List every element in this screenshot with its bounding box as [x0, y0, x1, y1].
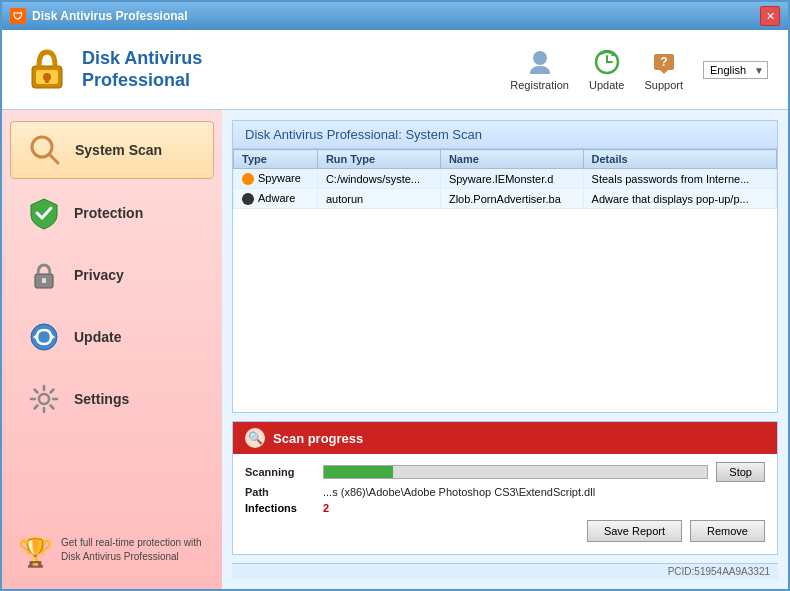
pcid-text: PCID:51954AA9A3321: [668, 566, 770, 577]
svg-rect-3: [45, 77, 49, 83]
sidebar-item-label-privacy: Privacy: [74, 267, 124, 283]
support-icon: ?: [648, 48, 680, 76]
infections-label: Infections: [245, 502, 315, 514]
scan-table: Type Run Type Name Details Spyware C:/wi…: [233, 149, 777, 209]
update-icon: [591, 48, 623, 76]
stop-button[interactable]: Stop: [716, 462, 765, 482]
path-label: Path: [245, 486, 315, 498]
cell-name: Zlob.PornAdvertiser.ba: [440, 189, 583, 209]
scanning-row: Scanning Stop: [245, 462, 765, 482]
type-dot: [242, 173, 254, 185]
col-run-type: Run Type: [317, 150, 440, 169]
app-title-icon: 🛡: [10, 8, 26, 24]
sidebar-item-system-scan[interactable]: System Scan: [10, 121, 214, 179]
lock-icon: [22, 42, 72, 97]
registration-label: Registration: [510, 79, 569, 91]
cell-type: Spyware: [234, 169, 318, 189]
system-scan-icon: [27, 132, 63, 168]
scan-results-panel: Disk Antivirus Professional: System Scan…: [232, 120, 778, 413]
window-title: Disk Antivirus Professional: [32, 9, 188, 23]
svg-line-11: [49, 154, 58, 163]
svg-marker-8: [660, 70, 668, 74]
cell-name: Spyware.IEMonster.d: [440, 169, 583, 189]
progress-header: 🔍 Scan progress: [233, 422, 777, 454]
progress-actions: Save Report Remove: [245, 520, 765, 546]
registration-icon: [524, 48, 556, 76]
save-report-button[interactable]: Save Report: [587, 520, 682, 542]
app-title: Disk Antivirus Professional: [82, 48, 202, 91]
support-label: Support: [644, 79, 683, 91]
progress-title: Scan progress: [273, 431, 363, 446]
trophy-icon: 🏆: [18, 536, 53, 569]
language-selector-wrap: English ▼: [703, 61, 768, 79]
type-dot: [242, 193, 254, 205]
cell-run-type: autorun: [317, 189, 440, 209]
content-area: riskw com Disk Antivirus Professional: S…: [222, 110, 788, 589]
close-button[interactable]: ✕: [760, 6, 780, 26]
scan-progress-panel: 🔍 Scan progress Scanning Stop Path ...s …: [232, 421, 778, 555]
app-name-line2: Professional: [82, 70, 202, 92]
update-header-button[interactable]: Update: [589, 48, 624, 91]
infections-row: Infections 2: [245, 502, 765, 514]
sidebar-promo: 🏆 Get full real-time protection with Dis…: [2, 524, 222, 581]
settings-icon: [26, 381, 62, 417]
registration-button[interactable]: Registration: [510, 48, 569, 91]
sidebar-item-settings[interactable]: Settings: [10, 371, 214, 427]
col-name: Name: [440, 150, 583, 169]
cell-details: Steals passwords from Interne...: [583, 169, 776, 189]
progress-bar-fill: [324, 466, 393, 478]
scan-panel-title: Disk Antivirus Professional: System Scan: [233, 121, 777, 149]
progress-body: Scanning Stop Path ...s (x86)\Adobe\Adob…: [233, 454, 777, 554]
promo-text: Get full real-time protection with Disk …: [61, 536, 206, 564]
svg-rect-13: [42, 278, 46, 283]
cell-details: Adware that displays pop-up/p...: [583, 189, 776, 209]
app-name-line1: Disk Antivirus: [82, 48, 202, 70]
header-actions: Registration Update: [510, 48, 768, 91]
cell-run-type: C:/windows/syste...: [317, 169, 440, 189]
sidebar-item-update[interactable]: Update: [10, 309, 214, 365]
privacy-icon: [26, 257, 62, 293]
path-row: Path ...s (x86)\Adobe\Adobe Photoshop CS…: [245, 486, 765, 498]
scanning-label: Scanning: [245, 466, 315, 478]
app-logo: Disk Antivirus Professional: [22, 42, 510, 97]
title-bar: 🛡 Disk Antivirus Professional ✕: [2, 2, 788, 30]
sidebar-item-protection[interactable]: Protection: [10, 185, 214, 241]
pcid-bar: PCID:51954AA9A3321: [232, 563, 778, 579]
sidebar-item-label-protection: Protection: [74, 205, 143, 221]
svg-point-17: [39, 394, 49, 404]
progress-bar: [323, 465, 708, 479]
protection-icon: [26, 195, 62, 231]
sidebar-item-label-settings: Settings: [74, 391, 129, 407]
sidebar-item-privacy[interactable]: Privacy: [10, 247, 214, 303]
path-value: ...s (x86)\Adobe\Adobe Photoshop CS3\Ext…: [323, 486, 595, 498]
svg-text:?: ?: [660, 55, 667, 69]
update-header-label: Update: [589, 79, 624, 91]
remove-button[interactable]: Remove: [690, 520, 765, 542]
progress-search-icon: 🔍: [245, 428, 265, 448]
col-details: Details: [583, 150, 776, 169]
svg-point-4: [533, 51, 547, 65]
app-header: Disk Antivirus Professional Registration: [2, 30, 788, 110]
col-type: Type: [234, 150, 318, 169]
table-row: Adware autorun Zlob.PornAdvertiser.ba Ad…: [234, 189, 777, 209]
update-sidebar-icon: [26, 319, 62, 355]
support-button[interactable]: ? Support: [644, 48, 683, 91]
sidebar-item-label-update: Update: [74, 329, 121, 345]
language-select[interactable]: English: [703, 61, 768, 79]
table-row: Spyware C:/windows/syste... Spyware.IEMo…: [234, 169, 777, 189]
cell-type: Adware: [234, 189, 318, 209]
sidebar-item-label-system-scan: System Scan: [75, 142, 162, 158]
app-window: 🛡 Disk Antivirus Professional ✕ Disk Ant…: [0, 0, 790, 591]
main-content: System Scan Protection: [2, 110, 788, 589]
infections-value: 2: [323, 502, 329, 514]
sidebar: System Scan Protection: [2, 110, 222, 589]
title-bar-left: 🛡 Disk Antivirus Professional: [10, 8, 188, 24]
